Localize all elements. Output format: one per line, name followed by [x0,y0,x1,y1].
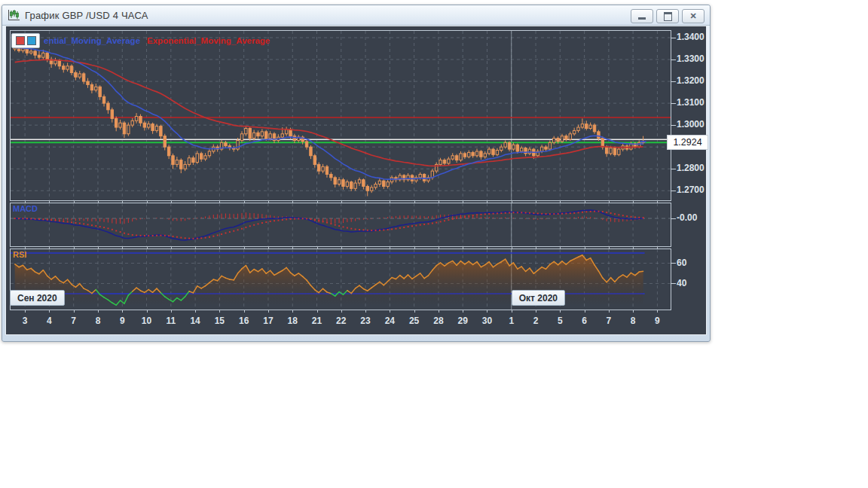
price-axis-label: 1.3100 [677,97,704,108]
price-tick [671,81,676,82]
time-axis-label: 16 [239,316,249,326]
maximize-button[interactable] [656,9,679,23]
time-axis-label: 9 [120,316,125,326]
chart-content-area: ential_Moving_Average Exponential_Moving… [5,26,707,335]
rsi-axis-label-tick [671,263,676,264]
rsi-axis-label: 60 [677,258,686,268]
macd-signal-dots [14,211,644,239]
time-axis-label: 21 [312,316,322,326]
chart-window: График GBP /USD 4 ЧАСА ✕ ential_Moving_A… [2,5,711,342]
minimize-icon [638,17,646,20]
red-indicator-swatch[interactable] [16,36,25,45]
minimize-button[interactable] [631,9,653,23]
time-axis-label: 10 [142,316,151,326]
day-tick-row [6,246,708,249]
rsi-indicator-panel[interactable] [10,249,671,310]
rsi-axis-label: 40 [677,278,686,288]
time-axis-label: 18 [288,316,298,326]
ema-fast-line [15,47,643,179]
month-badge-october: Окт 2020 [512,290,565,306]
price-tick [671,38,676,38]
current-price-value: 1.2924 [673,137,701,148]
candlestick-chart-icon [8,9,20,21]
current-price-box: 1.2924 [667,135,708,150]
blue-indicator-swatch[interactable] [27,36,36,45]
time-axis-label: 15 [215,316,225,326]
time-axis-label: 24 [385,316,395,326]
price-axis: 1.34001.33001.32001.31001.30001.29001.28… [671,26,708,334]
price-axis-label: 1.3000 [677,119,704,130]
month-badge-september: Сен 2020 [10,290,65,306]
maximize-icon [664,12,672,21]
price-tick [671,59,676,60]
time-axis-label: 9 [655,316,660,326]
price-axis-label: 1.3300 [677,53,704,64]
time-axis-label: 17 [263,316,273,326]
time-axis-label: 4 [47,316,52,326]
time-axis-label: 7 [71,316,76,326]
macd-axis-label-tick [671,218,676,219]
time-axis-label: 1 [509,316,514,326]
macd-line [15,210,643,240]
time-axis-label: 23 [360,316,370,326]
rsi-axis-label-tick [671,283,676,284]
rsi-panel-label: RSI [13,250,26,259]
time-axis-label: 8 [96,316,101,326]
time-axis-label: 3 [23,316,28,326]
close-button[interactable]: ✕ [682,9,704,23]
ema-blue-legend-label: ential_Moving_Average [44,36,140,45]
time-axis-label: 22 [336,316,346,326]
ema-red-legend-label: Exponential_Moving_Average [147,36,270,45]
macd-panel-label: MACD [13,204,38,213]
indicator-legend: ential_Moving_Average Exponential_Moving… [11,33,270,48]
close-icon: ✕ [689,12,696,20]
time-axis-label: 28 [433,316,443,326]
time-axis-label: 5 [558,316,563,326]
main-price-chart-panel[interactable] [10,30,671,201]
macd-axis-label: -0.00 [677,212,697,223]
day-tick-row [6,310,708,313]
indicator-toggle-box[interactable] [11,33,40,48]
price-tick [671,103,676,104]
time-axis-label: 30 [482,316,492,326]
price-axis-label: 1.3400 [677,32,704,42]
macd-indicator-panel[interactable] [10,203,671,247]
time-axis-label: 29 [457,316,467,326]
price-tick [671,169,676,169]
price-tick [671,191,676,191]
time-axis-label: 2 [533,316,539,326]
price-axis-label: 1.3200 [677,75,704,86]
title-bar[interactable]: График GBP /USD 4 ЧАСА ✕ [2,5,710,26]
time-axis-label: 25 [409,316,419,326]
time-axis-label: 6 [582,316,587,326]
window-title: График GBP /USD 4 ЧАСА [25,10,148,21]
time-axis-label: 11 [166,316,176,326]
price-axis-label: 1.2700 [677,185,704,195]
time-axis-label: 14 [190,316,200,326]
price-axis-label: 1.2800 [677,163,704,173]
day-tick-row [6,200,708,203]
time-axis-label: 8 [631,316,636,326]
price-tick [671,125,676,126]
time-axis: 3478910111415161718212223242528293012567… [6,313,708,330]
time-axis-label: 7 [607,316,612,326]
